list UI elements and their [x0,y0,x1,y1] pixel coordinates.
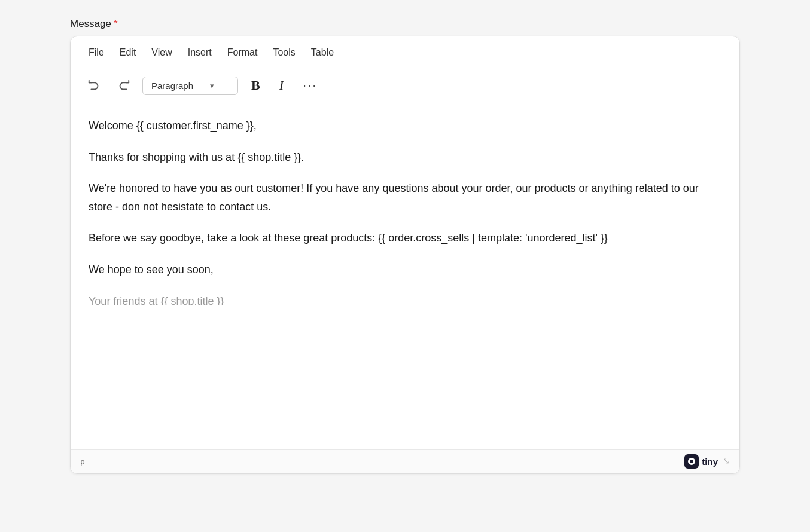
toolbar: Paragraph ▾ B I ··· [71,69,739,102]
menu-item-file[interactable]: File [83,45,110,60]
menu-item-insert[interactable]: Insert [182,45,218,60]
content-line-4: Before we say goodbye, take a look at th… [89,229,721,247]
undo-button[interactable] [83,75,105,96]
content-line-3: We're honored to have you as ourt custom… [89,179,721,216]
menu-item-table[interactable]: Table [305,45,340,60]
content-line-1: Welcome {{ customer.first_name }}, [89,117,721,135]
menu-item-format[interactable]: Format [221,45,264,60]
tiny-logo-text: tiny [702,457,718,467]
bold-label: B [251,78,260,93]
tiny-logo: tiny [684,454,718,469]
more-options-button[interactable]: ··· [297,75,323,96]
required-indicator: * [114,18,118,30]
content-line-6: Your friends at {{ shop.title }} [89,292,721,305]
menu-item-view[interactable]: View [145,45,178,60]
svg-point-1 [690,460,693,463]
bold-button[interactable]: B [245,75,266,96]
field-label: Message * [70,18,740,30]
tiny-brand-icon [687,457,696,466]
editor-wrapper: File Edit View Insert Format Tools Table [70,36,740,474]
status-bar-right: tiny ⤡ [684,454,730,469]
editor-outer-container: Message * File Edit View Insert Format T… [70,18,740,474]
redo-button[interactable] [112,75,135,96]
italic-button[interactable]: I [273,75,290,96]
paragraph-select-label: Paragraph [151,81,193,91]
content-line-5: We hope to see you soon, [89,261,721,279]
menu-item-tools[interactable]: Tools [267,45,301,60]
element-indicator: p [80,457,85,466]
paragraph-select[interactable]: Paragraph ▾ [142,77,238,95]
content-line-2: Thanks for shopping with us at {{ shop.t… [89,148,721,167]
redo-icon [117,79,130,92]
status-bar: p tiny ⤡ [71,449,739,473]
menu-bar: File Edit View Insert Format Tools Table [71,36,739,69]
menu-item-edit[interactable]: Edit [114,45,142,60]
tiny-logo-icon [684,454,699,469]
chevron-down-icon: ▾ [210,81,214,90]
undo-icon [87,79,101,92]
resize-icon: ⤡ [723,456,730,466]
field-label-text: Message [70,18,111,30]
resize-handle[interactable]: ⤡ [721,457,730,466]
italic-label: I [279,78,284,93]
more-label: ··· [303,78,317,93]
content-area[interactable]: Welcome {{ customer.first_name }}, Thank… [71,102,739,449]
